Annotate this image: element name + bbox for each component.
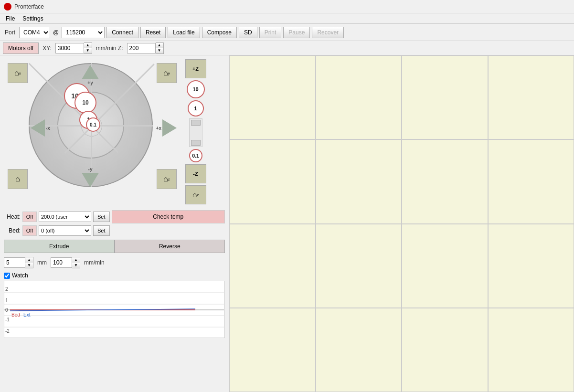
compose-button[interactable]: Compose bbox=[202, 27, 237, 38]
x-minus-button[interactable]: -x bbox=[31, 119, 50, 137]
z-speed-input-wrap: ▲ ▼ bbox=[127, 42, 164, 54]
heat-temp-select[interactable]: 200.0 (user bbox=[39, 212, 91, 222]
print-button[interactable]: Print bbox=[259, 27, 282, 38]
home-xy-button[interactable]: ⌂ bbox=[8, 169, 28, 189]
z-speed-spinners: ▲ ▼ bbox=[156, 42, 164, 54]
grid-cell-0-2 bbox=[402, 55, 488, 139]
recover-button[interactable]: Recover bbox=[312, 27, 344, 38]
home-y-button[interactable]: ⌂y bbox=[157, 63, 177, 83]
xy-speed-input[interactable] bbox=[55, 43, 84, 53]
z-slider[interactable] bbox=[189, 118, 202, 147]
z-speed-input[interactable] bbox=[127, 43, 156, 53]
bed-temp-select[interactable]: 0 (off) bbox=[39, 225, 91, 236]
grid-cell-2-0 bbox=[229, 224, 316, 308]
grid-cell-0-1 bbox=[316, 55, 402, 139]
jog-area: ⌂x ⌂y ⌂ ⌂z bbox=[0, 55, 229, 208]
bed-row: Bed: Off 0 (off) Set bbox=[4, 225, 225, 236]
z-speed-up[interactable]: ▲ bbox=[156, 43, 163, 48]
extrude-speed-spinners: ▲ ▼ bbox=[72, 257, 80, 268]
grid-cell-1-3 bbox=[488, 139, 574, 223]
reset-button[interactable]: Reset bbox=[140, 27, 166, 38]
right-panel bbox=[229, 55, 574, 392]
svg-text:-1: -1 bbox=[5, 317, 10, 322]
grid-cell-3-0 bbox=[229, 308, 316, 392]
extrude-unit: mm bbox=[35, 259, 49, 266]
xy-label: XY: bbox=[41, 45, 53, 52]
grid-cell-2-1 bbox=[316, 224, 402, 308]
extrude-speed-up[interactable]: ▲ bbox=[72, 257, 80, 263]
xy-jog-pad: ⌂x ⌂y ⌂ ⌂z bbox=[4, 59, 181, 193]
z-speed-down[interactable]: ▼ bbox=[156, 48, 163, 53]
extrude-speed-input[interactable] bbox=[51, 257, 72, 268]
svg-text:Ext: Ext bbox=[23, 312, 31, 318]
baud-select[interactable]: 115200 bbox=[62, 27, 105, 38]
temp-chart-svg: 2 1 0 -1 -2 Bed Ext bbox=[4, 281, 224, 339]
bed-set-button[interactable]: Set bbox=[93, 225, 110, 236]
connect-button[interactable]: Connect bbox=[106, 27, 138, 38]
z-dist-01-button[interactable]: 0.1 bbox=[189, 149, 202, 162]
reverse-button[interactable]: Reverse bbox=[115, 240, 225, 253]
y-minus-label: -y bbox=[82, 167, 99, 172]
port-select[interactable]: COM4 bbox=[19, 27, 50, 38]
z-jog-pad: +Z 10 1 0.1 -Z ⌂z bbox=[182, 59, 209, 204]
svg-text:1: 1 bbox=[5, 298, 8, 303]
extrude-button[interactable]: Extrude bbox=[4, 240, 115, 253]
home-x-button[interactable]: ⌂x bbox=[8, 63, 28, 83]
sd-button[interactable]: SD bbox=[239, 27, 257, 38]
x-plus-label: +x bbox=[156, 126, 161, 131]
watch-row: Watch bbox=[4, 272, 225, 279]
menu-file[interactable]: File bbox=[2, 14, 19, 23]
z-home-button[interactable]: ⌂z bbox=[185, 185, 206, 204]
grid-cell-1-1 bbox=[316, 139, 402, 223]
extrude-controls: Extrude Reverse bbox=[0, 238, 229, 255]
y-plus-button[interactable]: +y bbox=[82, 65, 99, 85]
grid-cell-3-2 bbox=[402, 308, 488, 392]
heat-label: Heat: bbox=[4, 213, 21, 220]
extrude-speed-down[interactable]: ▼ bbox=[72, 263, 80, 268]
pause-button[interactable]: Pause bbox=[283, 27, 310, 38]
temp-chart: 2 1 0 -1 -2 Bed Ext bbox=[4, 281, 225, 338]
grid-cell-3-1 bbox=[316, 308, 402, 392]
heat-row: Heat: Off 200.0 (user Set Check temp bbox=[4, 210, 225, 223]
dist-01-button[interactable]: 0.1 bbox=[86, 117, 100, 132]
window-title: Pronterface bbox=[14, 3, 44, 10]
motors-off-button[interactable]: Motors off bbox=[3, 42, 39, 54]
check-temp-button[interactable]: Check temp bbox=[112, 210, 225, 223]
extrude-values: ▲ ▼ mm ▲ ▼ mm/min bbox=[0, 255, 229, 270]
extrude-amount-input[interactable] bbox=[4, 257, 25, 268]
grid-cell-1-0 bbox=[229, 139, 316, 223]
grid-cell-3-3 bbox=[488, 308, 574, 392]
grid-cell-2-2 bbox=[402, 224, 488, 308]
menubar: File Settings bbox=[0, 13, 574, 24]
watch-label: Watch bbox=[12, 272, 28, 279]
x-plus-button[interactable]: +x bbox=[156, 119, 177, 137]
x-minus-label: -x bbox=[46, 126, 50, 131]
home-z-button[interactable]: ⌂z bbox=[157, 169, 177, 189]
svg-text:Bed: Bed bbox=[11, 312, 20, 318]
y-plus-label: +y bbox=[82, 80, 99, 85]
extrude-amount-up[interactable]: ▲ bbox=[25, 257, 33, 263]
xy-speed-input-wrap: ▲ ▼ bbox=[55, 42, 92, 54]
extrude-amount-spinners: ▲ ▼ bbox=[25, 257, 33, 268]
toolbar2: Motors off XY: ▲ ▼ mm/min Z: ▲ ▼ bbox=[0, 41, 574, 55]
y-minus-button[interactable]: -y bbox=[82, 167, 99, 187]
xy-speed-down[interactable]: ▼ bbox=[84, 48, 92, 53]
z-dist-1-button[interactable]: 1 bbox=[188, 100, 204, 117]
at-sign: @ bbox=[52, 29, 60, 36]
menu-settings[interactable]: Settings bbox=[19, 14, 47, 23]
extrude-speed-wrap: ▲ ▼ bbox=[51, 257, 80, 268]
grid-cell-1-2 bbox=[402, 139, 488, 223]
bed-label: Bed: bbox=[4, 227, 21, 234]
load-file-button[interactable]: Load file bbox=[168, 27, 200, 38]
svg-text:2: 2 bbox=[5, 286, 8, 292]
heat-set-button[interactable]: Set bbox=[93, 212, 110, 222]
extrude-amount-down[interactable]: ▼ bbox=[25, 263, 33, 268]
svg-text:-2: -2 bbox=[5, 328, 10, 334]
grid-cell-0-3 bbox=[488, 55, 574, 139]
z-plus-button[interactable]: +Z bbox=[185, 59, 206, 78]
xy-speed-up[interactable]: ▲ bbox=[84, 43, 92, 48]
z-dist-10-button[interactable]: 10 bbox=[187, 80, 205, 98]
z-minus-button[interactable]: -Z bbox=[185, 164, 206, 183]
dist-10-button[interactable]: 10 bbox=[74, 92, 96, 114]
watch-checkbox[interactable] bbox=[4, 273, 10, 279]
